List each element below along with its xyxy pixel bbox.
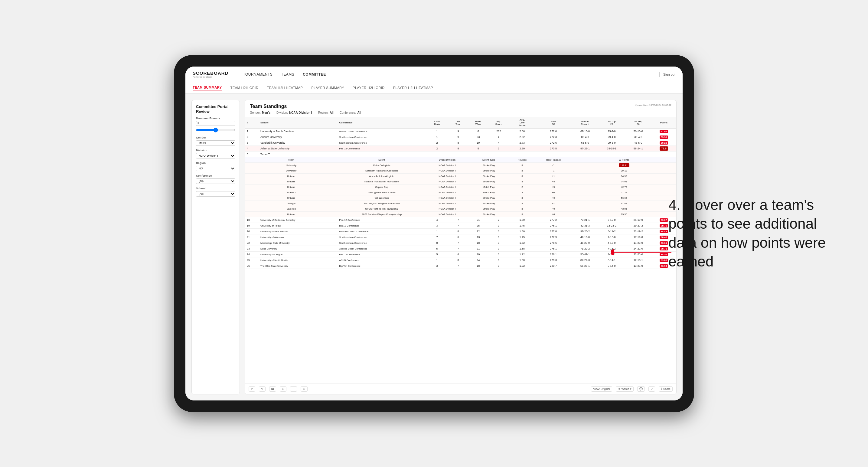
- points-badge[interactable]: 88.48: [660, 236, 668, 239]
- nav-right: Sign out: [659, 72, 675, 77]
- sub-nav: TEAM SUMMARY TEAM H2H GRID TEAM H2H HEAT…: [185, 82, 683, 94]
- conference-filter: Conference: All: [340, 111, 361, 114]
- division-select[interactable]: NCAA Division I: [196, 153, 235, 158]
- update-time-area: Update time: 13/03/2024 10:03:42: [635, 104, 672, 106]
- undo-button[interactable]: ↩: [249, 386, 255, 392]
- layout-button[interactable]: ⊞: [280, 386, 286, 392]
- view-label: View: Original: [593, 387, 610, 391]
- filters-row: Gender: Men's Division: NCAA Division I …: [250, 111, 672, 114]
- min-rounds-slider[interactable]: [196, 128, 235, 132]
- scroll-area[interactable]: # School Conference ConfRank NoTour Bnds…: [245, 117, 676, 383]
- points-badge[interactable]: 83.61: [660, 241, 668, 245]
- expand-icon: ⤢: [651, 387, 653, 391]
- points-badge[interactable]: 88.70: [660, 224, 668, 227]
- school-select[interactable]: (All): [196, 191, 235, 196]
- redo-button[interactable]: ↪: [259, 386, 266, 392]
- sidebar-school: School (All): [196, 187, 235, 196]
- top-nav: SCOREBOARD Powered by clippi TOURNAMENTS…: [185, 66, 683, 82]
- table-area: Team Standings Update time: 13/03/2024 1…: [245, 100, 677, 395]
- nav-tournaments[interactable]: TOURNAMENTS: [243, 72, 273, 76]
- tooltip-row: Univers Copper Cup NCAA Division I Match…: [245, 185, 676, 190]
- more-button[interactable]: ⋯: [290, 386, 297, 392]
- col-tours: NoTour: [448, 117, 468, 129]
- points-badge[interactable]: 83.89: [660, 259, 668, 262]
- tablet-frame: SCOREBOARD Powered by clippi TOURNAMENTS…: [174, 55, 694, 412]
- clock-icon: ⏱: [303, 387, 306, 391]
- table-row: 2 Auburn University Southeastern Confere…: [245, 134, 676, 140]
- col-adj-score: Adj.Score: [488, 117, 509, 129]
- tooltip-row: Georgia Ben Hogan Collegiate Invitationa…: [245, 201, 676, 206]
- points-badge[interactable]: 97.02: [660, 130, 668, 133]
- tooltip-row: Univers Williams Cup NCAA Division I Str…: [245, 195, 676, 201]
- points-badge[interactable]: 88.71: [660, 247, 668, 250]
- region-filter: Region: All: [318, 111, 334, 114]
- table-row-highlighted: 4 Arizona State University Pac-12 Confer…: [245, 146, 676, 152]
- subnav-player-summary[interactable]: PLAYER SUMMARY: [311, 86, 344, 90]
- points-badge[interactable]: 88.54: [660, 253, 668, 256]
- annotation-container: 4. Hover over a team's points to see add…: [669, 196, 844, 271]
- update-time: Update time: 13/03/2024 10:03:42: [635, 104, 672, 106]
- table-row: 19 University of Texas Big 12 Conference…: [245, 223, 676, 229]
- table-row: 25 University of North Florida ASUN Conf…: [245, 257, 676, 263]
- layout-icon: ⊞: [282, 387, 284, 391]
- gender-select[interactable]: Men's: [196, 141, 235, 146]
- points-badge[interactable]: 83.07: [660, 218, 668, 222]
- watch-button[interactable]: 👁 Watch ▾: [616, 386, 633, 392]
- points-badge[interactable]: 83.94: [660, 264, 668, 268]
- table-row: 24 University of Oregon Pac-12 Conferenc…: [245, 252, 676, 257]
- tooltip-row: Florida I The Cypress Point Classic NCAA…: [245, 190, 676, 195]
- nav-committee[interactable]: COMMITTEE: [303, 72, 326, 76]
- points-badge-tooltip[interactable]: 110.61: [619, 163, 629, 167]
- subnav-player-h2h-grid[interactable]: PLAYER H2H GRID: [353, 86, 385, 90]
- watch-label: Watch: [621, 387, 629, 391]
- tooltip-row: East Tec OFCC Fighting Illini Invitation…: [245, 206, 676, 212]
- points-badge[interactable]: 93.31: [660, 135, 668, 139]
- subnav-team-h2h-grid[interactable]: TEAM H2H GRID: [230, 86, 258, 90]
- points-badge[interactable]: 88.49: [660, 230, 668, 233]
- conference-select[interactable]: (All): [196, 179, 235, 184]
- tooltip-row: Univers Amer An Intercollegiate NCAA Div…: [245, 174, 676, 179]
- nav-teams[interactable]: TEAMS: [281, 72, 294, 76]
- region-select[interactable]: N/A: [196, 166, 235, 171]
- division-filter: Division: NCAA Division I: [276, 111, 312, 114]
- min-rounds-input[interactable]: [196, 121, 235, 126]
- sidebar-gender: Gender Men's: [196, 136, 235, 146]
- view-button[interactable]: View: Original: [591, 386, 612, 392]
- col-avg-low: Avg.LowScore: [509, 117, 535, 129]
- col-bnds: BndsWins: [468, 117, 488, 129]
- sign-out-link[interactable]: Sign out: [663, 72, 675, 76]
- region-label: Region: [196, 161, 235, 164]
- col-conf-rank: ConfRank: [426, 117, 448, 129]
- clock-button[interactable]: ⏱: [301, 386, 308, 392]
- logo-text: SCOREBOARD: [193, 70, 228, 75]
- table-row: 21 University of Alabama Southeastern Co…: [245, 235, 676, 240]
- comment-button[interactable]: 💬: [637, 386, 645, 392]
- nav-divider: [659, 72, 660, 77]
- main-content: Committee Portal Review Minimum Rounds G…: [185, 94, 683, 401]
- expand-button[interactable]: ⤢: [648, 386, 655, 392]
- conference-label: Conference: [196, 174, 235, 177]
- col-overall: OverallRecord: [572, 117, 598, 129]
- sidebar-conference: Conference (All): [196, 174, 235, 184]
- col-school: School: [258, 117, 338, 129]
- subnav-team-h2h-heatmap[interactable]: TEAM H2H HEATMAP: [267, 86, 303, 90]
- skip-back-button[interactable]: ⏮: [269, 386, 276, 392]
- subnav-team-summary[interactable]: TEAM SUMMARY: [193, 86, 222, 90]
- share-label: Share: [663, 387, 671, 391]
- col-vs25: Vs Top25: [598, 117, 625, 129]
- points-badge[interactable]: 90.22: [660, 141, 668, 145]
- toolbar: ↩ ↪ ⏮ ⊞ ⋯ ⏱: [245, 383, 676, 394]
- table-title: Team Standings: [250, 104, 287, 109]
- table-header: Team Standings Update time: 13/03/2024 1…: [245, 100, 676, 117]
- watch-chevron-icon: ▾: [630, 387, 631, 391]
- table-row: 22 Mississippi State University Southeas…: [245, 240, 676, 246]
- subnav-player-h2h-heatmap[interactable]: PLAYER H2H HEATMAP: [393, 86, 433, 90]
- sidebar-min-rounds: Minimum Rounds: [196, 117, 235, 133]
- tooltip-row: Univers 2023 Sahalee Players Championshi…: [245, 212, 676, 217]
- table-row: 23 Duke University Atlantic Coast Confer…: [245, 246, 676, 252]
- nav-links: TOURNAMENTS TEAMS COMMITTEE: [243, 72, 649, 76]
- points-badge-highlight[interactable]: 79.5: [660, 146, 668, 151]
- table-title-row: Team Standings Update time: 13/03/2024 1…: [250, 104, 672, 109]
- share-button[interactable]: ⤴ Share: [659, 386, 673, 392]
- tooltip-row: Univers National Invitational Tournament…: [245, 179, 676, 185]
